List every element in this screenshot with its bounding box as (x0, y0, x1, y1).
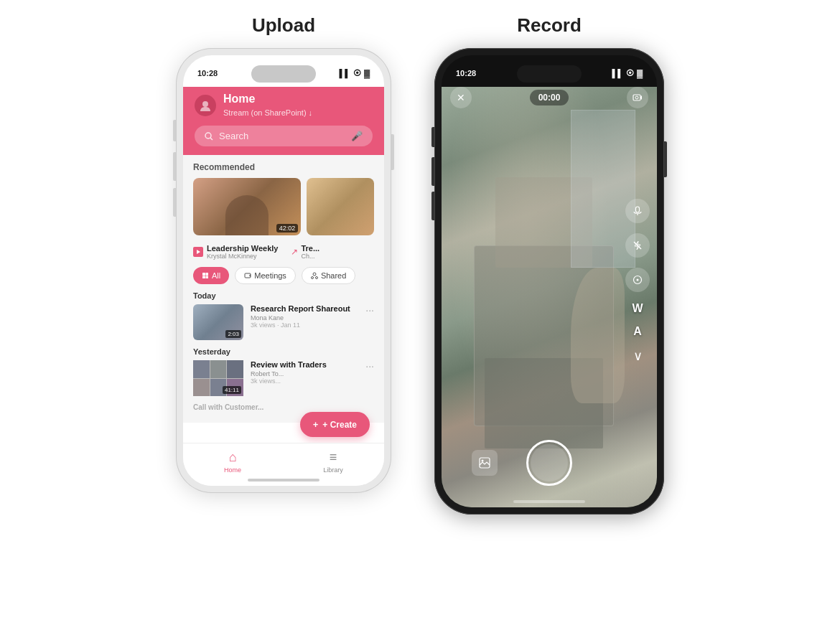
svg-marker-3 (197, 250, 200, 254)
record-title: Record (517, 14, 582, 37)
more-icon-1[interactable]: ··· (365, 304, 374, 316)
svg-rect-15 (636, 207, 640, 212)
filter-row: All Meetings Shared (193, 267, 374, 284)
video-info-row: Leadership Weekly Krystal McKinney ↗ Tre… (193, 244, 374, 260)
volume-up-dark (431, 157, 434, 186)
svg-point-9 (313, 273, 316, 276)
list-item-1[interactable]: 2:03 Research Report Shareout Mona Kane … (193, 304, 374, 340)
shutter-button[interactable] (526, 440, 572, 486)
dynamic-island (251, 65, 316, 83)
video-duration: 42:02 (276, 224, 299, 232)
filter-meetings[interactable]: Meetings (235, 267, 296, 284)
recommended-videos: 42:02 (193, 178, 374, 235)
search-bar[interactable]: Search 🎤 (195, 126, 373, 146)
record-phone-frame: 10:28 ▌▌ ⦿ ▓ (434, 48, 664, 515)
gallery-button[interactable] (472, 450, 498, 476)
svg-line-2 (210, 138, 213, 140)
svg-rect-5 (206, 273, 209, 276)
avatar (195, 95, 216, 116)
record-bottom-bar (442, 440, 657, 486)
upload-phone-screen: 10:28 ▌▌ ⦿ ▓ Home (183, 55, 384, 486)
list-info-1: Research Report Shareout Mona Kane 3k vi… (251, 304, 358, 329)
svg-rect-20 (480, 458, 490, 468)
record-overlay: ✕ 00:00 (442, 55, 657, 507)
item3-title: Call with Customer... (193, 403, 374, 411)
flash-tool-button[interactable] (625, 233, 650, 258)
palette-icon (633, 275, 643, 285)
video-meta-1: Leadership Weekly Krystal McKinney (207, 244, 278, 260)
list-thumb-1: 2:03 (193, 304, 243, 340)
filter-shared[interactable]: Shared (302, 267, 355, 284)
power-button-dark (664, 141, 667, 177)
text-w-tool[interactable]: W (632, 302, 643, 315)
close-button[interactable]: ✕ (450, 87, 472, 108)
video-icon (193, 247, 203, 257)
svg-rect-12 (633, 95, 640, 100)
silent-button (173, 120, 176, 141)
recommended-label: Recommended (193, 162, 374, 172)
dynamic-island-dark (517, 65, 582, 83)
video-info-item-1: Leadership Weekly Krystal McKinney (193, 244, 278, 260)
home-indicator-dark (513, 500, 585, 503)
content-area: Recommended 42:02 (183, 155, 384, 423)
nav-home[interactable]: ⌂ Home (224, 450, 241, 474)
chevron-down-tool[interactable]: ∨ (633, 348, 643, 364)
home-icon: ⌂ (229, 450, 237, 465)
video-info-item-2: ↗ Tre... Ch... (291, 244, 319, 260)
all-icon (202, 272, 209, 279)
yesterday-label: Yesterday (193, 347, 374, 356)
signal-icon: ▌▌ (339, 69, 350, 78)
shutter-spacer (601, 450, 627, 476)
volume-down-dark (431, 192, 434, 220)
svg-point-11 (315, 277, 317, 279)
more-icon-2[interactable]: ··· (365, 360, 374, 372)
volume-up-button (173, 152, 176, 181)
shutter-inner (531, 444, 568, 482)
camera-icon (633, 93, 643, 103)
svg-rect-6 (202, 276, 205, 279)
record-timer: 00:00 (530, 90, 569, 105)
mic-tool-button[interactable] (625, 199, 650, 223)
svg-rect-7 (206, 276, 209, 279)
list-info-2: Review with Traders Robert To... 3k view… (251, 360, 358, 385)
upload-phone-frame: 10:28 ▌▌ ⦿ ▓ Home (176, 48, 391, 493)
home-indicator (248, 479, 319, 482)
gallery-icon (479, 457, 490, 469)
plus-icon: + (313, 419, 319, 430)
svg-point-0 (202, 101, 208, 107)
battery-icon: ▓ (364, 69, 370, 78)
mic-icon: 🎤 (351, 131, 363, 141)
svg-point-1 (205, 133, 211, 138)
today-label: Today (193, 291, 374, 300)
status-icons: ▌▌ ⦿ ▓ (339, 69, 370, 78)
camera-switch-button[interactable] (627, 87, 648, 108)
create-button[interactable]: + + Create (300, 412, 370, 437)
svg-point-14 (635, 96, 638, 99)
list-item-2[interactable]: 41:11 Review with Traders Robert To... 3… (193, 360, 374, 396)
record-section: Record 10:28 ▌▌ ⦿ ▓ (434, 14, 664, 515)
svg-point-10 (311, 277, 313, 279)
shared-icon (311, 272, 318, 279)
search-icon (205, 132, 213, 141)
volume-down-button (173, 188, 176, 217)
list-thumb-2: 41:11 (193, 360, 243, 396)
svg-rect-4 (202, 273, 205, 276)
upload-title: Upload (252, 14, 315, 37)
record-top-bar: ✕ 00:00 (442, 87, 657, 108)
text-a-tool[interactable]: A (633, 325, 642, 338)
meetings-icon (244, 272, 251, 279)
video-thumb-secondary[interactable] (307, 178, 374, 235)
video-meta-2: Tre... Ch... (301, 244, 319, 260)
status-time: 10:28 (197, 69, 218, 78)
video-thumb-main[interactable]: 42:02 (193, 178, 301, 235)
palette-tool-button[interactable] (625, 268, 650, 292)
header-text: Home Stream (on SharePoint) ↓ (223, 93, 312, 118)
nav-library[interactable]: ≡ Library (323, 450, 343, 474)
trend-icon: ↗ (291, 247, 298, 257)
mic-tool-icon (633, 206, 643, 216)
filter-all[interactable]: All (193, 267, 229, 284)
svg-point-21 (482, 460, 484, 462)
silent-button-dark (431, 127, 434, 147)
app-header: Home Stream (on SharePoint) ↓ Search 🎤 (183, 87, 384, 155)
library-icon: ≡ (330, 450, 337, 465)
